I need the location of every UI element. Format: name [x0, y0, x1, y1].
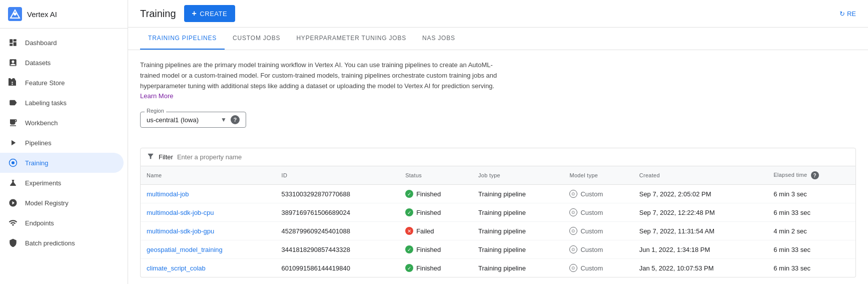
- cell-status-3: ✓ Finished: [399, 240, 472, 259]
- cell-created-2: Sep 7, 2022, 11:31:54 AM: [633, 222, 768, 240]
- cell-model-type-4: ⊙ Custom: [563, 259, 633, 277]
- cell-elapsed-4: 6 min 33 sec: [767, 259, 855, 277]
- table-row: geospatial_model_training 34418182908574…: [141, 240, 855, 259]
- content-area: Training pipelines are the primary model…: [128, 50, 868, 284]
- status-text-1: Finished: [416, 209, 441, 216]
- cell-id-3: 3441818290857443328: [276, 240, 400, 259]
- sidebar-item-label-labeling: Labeling tasks: [25, 99, 67, 107]
- cell-created-0: Sep 7, 2022, 2:05:02 PM: [633, 185, 768, 203]
- cell-job-type-3: Training pipeline: [472, 240, 563, 259]
- elapsed-help-icon[interactable]: ?: [811, 171, 819, 179]
- cell-id-0: 5331003292870770688: [276, 185, 400, 203]
- refresh-button[interactable]: ↻ RE: [839, 10, 856, 18]
- region-selector[interactable]: Region us-central1 (Iowa) ▼ ?: [140, 112, 246, 128]
- table-row: climate_script_colab 6010991586144419840…: [141, 259, 855, 277]
- table-row: multimodal-sdk-job-gpu 45287996092454010…: [141, 222, 855, 240]
- sidebar-nav: Dashboard Datasets Feature Store Labelin…: [0, 29, 128, 284]
- col-id: ID: [276, 166, 400, 185]
- cell-elapsed-1: 6 min 33 sec: [767, 203, 855, 222]
- cell-name-3: geospatial_model_training: [141, 240, 276, 259]
- sidebar-item-endpoints[interactable]: Endpoints: [0, 213, 124, 233]
- cell-elapsed-3: 6 min 33 sec: [767, 240, 855, 259]
- sidebar: Vertex AI Dashboard Datasets Feature Sto…: [0, 0, 128, 284]
- cell-id-4: 6010991586144419840: [276, 259, 400, 277]
- cell-status-4: ✓ Finished: [399, 259, 472, 277]
- refresh-label: RE: [847, 10, 856, 18]
- cell-model-type-3: ⊙ Custom: [563, 240, 633, 259]
- svg-point-2: [14, 13, 17, 16]
- sidebar-item-label-model-registry: Model Registry: [25, 199, 69, 207]
- table-row: multimodal-sdk-job-cpu 38971697615066890…: [141, 203, 855, 222]
- tab-custom-jobs[interactable]: CUSTOM JOBS: [225, 28, 288, 50]
- cell-created-1: Sep 7, 2022, 12:22:48 PM: [633, 203, 768, 222]
- cell-job-type-0: Training pipeline: [472, 185, 563, 203]
- sidebar-item-label-feature-store: Feature Store: [25, 79, 65, 87]
- sidebar-item-label-endpoints: Endpoints: [25, 219, 54, 227]
- filter-bar: Filter: [140, 148, 856, 166]
- status-text-4: Finished: [416, 264, 441, 272]
- jobs-table-wrapper: Name ID Status Job type Model type Creat…: [140, 166, 856, 277]
- sidebar-item-model-registry[interactable]: Model Registry: [0, 193, 124, 213]
- job-link-3[interactable]: geospatial_model_training: [147, 246, 223, 253]
- job-link-0[interactable]: multimodal-job: [147, 190, 189, 198]
- create-button[interactable]: + CREATE: [184, 5, 236, 22]
- sidebar-item-labeling-tasks[interactable]: Labeling tasks: [0, 93, 124, 113]
- cell-status-1: ✓ Finished: [399, 203, 472, 222]
- filter-label: Filter: [159, 153, 173, 161]
- tab-training-pipelines[interactable]: TRAINING PIPELINES: [140, 28, 225, 50]
- model-icon-3: ⊙: [569, 245, 577, 253]
- cell-elapsed-0: 6 min 3 sec: [767, 185, 855, 203]
- pipelines-icon: [8, 138, 18, 148]
- job-link-2[interactable]: multimodal-sdk-job-gpu: [147, 227, 214, 235]
- sidebar-item-label-dashboard: Dashboard: [25, 39, 57, 47]
- tab-nas-jobs[interactable]: NAS JOBS: [414, 28, 463, 50]
- sidebar-header: Vertex AI: [0, 0, 128, 29]
- experiments-icon: [8, 178, 18, 188]
- filter-input[interactable]: [177, 153, 849, 161]
- vertex-ai-logo: [8, 7, 22, 21]
- cell-id-1: 3897169761506689024: [276, 203, 400, 222]
- sidebar-item-dashboard[interactable]: Dashboard: [0, 33, 124, 53]
- table-body: multimodal-job 5331003292870770688 ✓ Fin…: [141, 185, 855, 277]
- tab-hyperparameter-tuning[interactable]: HYPERPARAMETER TUNING JOBS: [288, 28, 414, 50]
- status-icon-3: ✓: [405, 245, 413, 253]
- sidebar-item-workbench[interactable]: Workbench: [0, 113, 124, 133]
- sidebar-item-experiments[interactable]: Experiments: [0, 173, 124, 193]
- cell-name-0: multimodal-job: [141, 185, 276, 203]
- status-text-2: Failed: [416, 227, 434, 235]
- sidebar-item-label-experiments: Experiments: [25, 179, 61, 187]
- status-icon-0: ✓: [405, 190, 413, 198]
- sidebar-item-label-training: Training: [25, 159, 48, 167]
- status-icon-4: ✓: [405, 264, 413, 272]
- col-name: Name: [141, 166, 276, 185]
- sidebar-item-pipelines[interactable]: Pipelines: [0, 133, 124, 153]
- model-icon-2: ⊙: [569, 227, 577, 235]
- region-select-input[interactable]: us-central1 (Iowa): [147, 116, 217, 124]
- col-model-type: Model type: [563, 166, 633, 185]
- workbench-icon: [8, 118, 18, 128]
- description-text: Training pipelines are the primary model…: [140, 60, 500, 102]
- dashboard-icon: [8, 38, 18, 48]
- learn-more-link[interactable]: Learn More: [140, 92, 173, 100]
- tabs-bar: TRAINING PIPELINES CUSTOM JOBS HYPERPARA…: [128, 28, 868, 50]
- cell-name-1: multimodal-sdk-job-cpu: [141, 203, 276, 222]
- status-icon-2: ✕: [405, 227, 413, 235]
- table-header-row: Name ID Status Job type Model type Creat…: [141, 166, 855, 185]
- sidebar-item-training[interactable]: Training: [0, 153, 124, 173]
- job-link-1[interactable]: multimodal-sdk-job-cpu: [147, 209, 214, 216]
- sidebar-item-feature-store[interactable]: Feature Store: [0, 73, 124, 93]
- main-header: Training + CREATE ↻ RE: [128, 0, 868, 28]
- region-help-icon[interactable]: ?: [231, 115, 240, 124]
- feature-store-icon: [8, 78, 18, 88]
- jobs-table: Name ID Status Job type Model type Creat…: [141, 166, 855, 277]
- sidebar-item-datasets[interactable]: Datasets: [0, 53, 124, 73]
- app-title: Vertex AI: [27, 10, 57, 19]
- training-icon: [8, 158, 18, 168]
- sidebar-item-batch-predictions[interactable]: Batch predictions: [0, 233, 124, 253]
- status-text-0: Finished: [416, 190, 441, 198]
- job-link-4[interactable]: climate_script_colab: [147, 264, 206, 272]
- chevron-down-icon: ▼: [221, 116, 227, 123]
- page-title: Training: [140, 8, 176, 20]
- cell-model-type-1: ⊙ Custom: [563, 203, 633, 222]
- cell-created-3: Jun 1, 2022, 1:34:18 PM: [633, 240, 768, 259]
